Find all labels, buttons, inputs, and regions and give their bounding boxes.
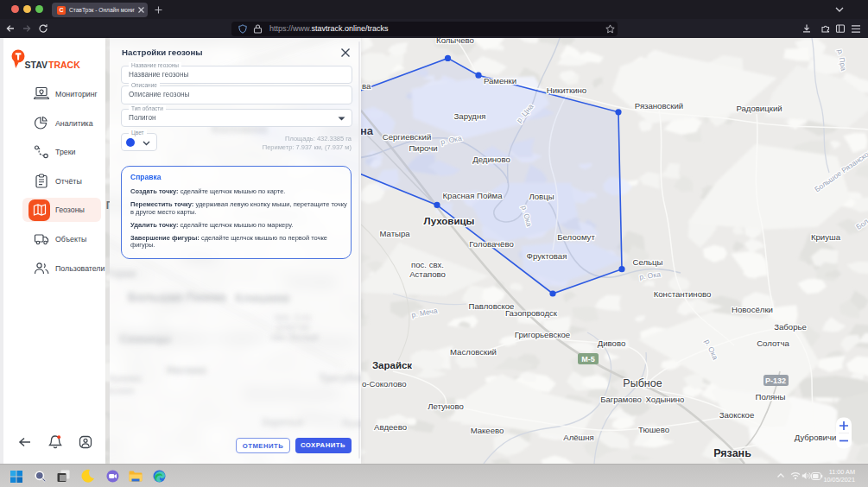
svg-text:пос. свх.: пос. свх.	[411, 260, 444, 269]
svg-text:Раменки: Раменки	[484, 76, 516, 85]
svg-text:Сергиевский: Сергиевский	[383, 132, 432, 142]
svg-text:Зарайск: Зарайск	[372, 360, 412, 370]
svg-text:Рязань: Рязань	[713, 447, 751, 459]
svg-text:Радовицкий: Радовицкий	[736, 104, 782, 113]
svg-text:Колычево: Колычево	[436, 38, 474, 45]
svg-text:Масловский: Масловский	[450, 347, 497, 357]
svg-text:Ходынино: Ходынино	[646, 395, 685, 404]
svg-text:Рыбное: Рыбное	[623, 377, 662, 389]
svg-text:Дединово: Дединово	[472, 155, 510, 164]
svg-text:Сельцы: Сельцы	[633, 257, 663, 267]
svg-text:Тюшево: Тюшево	[638, 425, 669, 434]
svg-text:М-5: М-5	[581, 355, 595, 364]
svg-text:Авдеево: Авдеево	[374, 422, 407, 432]
svg-text:Баграмово: Баграмово	[600, 395, 642, 404]
svg-text:Никиткино: Никиткино	[547, 85, 586, 95]
svg-text:Астапово: Астапово	[409, 269, 446, 279]
svg-text:Поляны: Поляны	[755, 392, 785, 402]
svg-text:Фруктовая: Фруктовая	[527, 251, 567, 261]
svg-text:Криуша: Криуша	[811, 232, 841, 242]
svg-text:Белоомут: Белоомут	[557, 232, 595, 242]
svg-text:Григорьевское: Григорьевское	[515, 330, 570, 339]
svg-text:Матыра: Матыра	[379, 229, 410, 238]
svg-text:Солотча: Солотча	[757, 338, 789, 348]
svg-text:Новосёлки: Новосёлки	[732, 305, 773, 314]
svg-text:Летуново: Летуново	[428, 402, 464, 411]
svg-text:Рязановский: Рязановский	[635, 101, 683, 111]
svg-text:Заокское: Заокское	[719, 410, 755, 420]
svg-text:Макеево: Макеево	[471, 426, 504, 435]
svg-text:ва: ва	[362, 81, 371, 91]
svg-text:Дивово: Дивово	[598, 338, 626, 348]
svg-text:Заборье: Заборье	[774, 322, 807, 332]
svg-text:Зарудня: Зарудня	[454, 111, 486, 121]
svg-text:Дубровичи: Дубровичи	[795, 433, 837, 442]
svg-text:Р-132: Р-132	[765, 376, 786, 385]
svg-text:Луховицы: Луховицы	[424, 216, 475, 226]
svg-text:Пирочи: Пирочи	[409, 143, 437, 153]
svg-text:Газопроводск: Газопроводск	[505, 308, 558, 318]
svg-text:Алёшня: Алёшня	[563, 433, 594, 442]
svg-text:Головачёво: Головачёво	[469, 239, 514, 249]
svg-text:Красная Пойма: Красная Пойма	[442, 191, 503, 200]
svg-text:Константиново: Константиново	[654, 289, 712, 299]
svg-text:Ловцы: Ловцы	[529, 192, 554, 201]
svg-text:о-Соколово: о-Соколово	[362, 379, 407, 389]
